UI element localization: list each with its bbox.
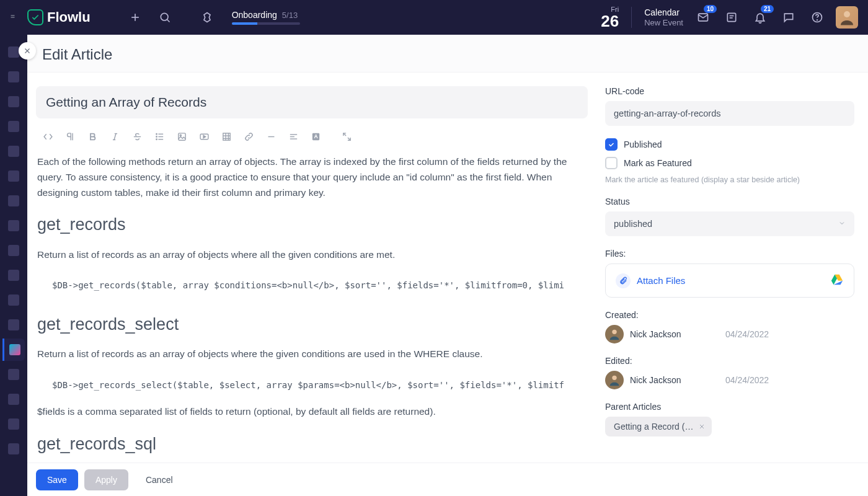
published-label: Published	[624, 140, 662, 149]
paragraph-icon[interactable]	[61, 127, 79, 146]
featured-checkbox[interactable]	[605, 157, 618, 169]
created-date: 04/24/2022	[725, 329, 769, 339]
apply-button[interactable]: Apply	[84, 469, 128, 490]
inbox-badge: 10	[704, 5, 717, 13]
svg-point-26	[180, 135, 181, 136]
bold-icon[interactable]	[83, 127, 102, 146]
calendar-widget[interactable]: Calendar New Event	[644, 7, 683, 27]
paperclip-icon	[616, 273, 631, 288]
svg-point-22	[156, 133, 156, 134]
para-get-records-select: Return a list of records as an array of …	[37, 347, 587, 362]
onboarding-widget[interactable]: Onboarding 5/13	[232, 10, 300, 25]
rail-item-6[interactable]	[2, 165, 25, 187]
help-icon[interactable]	[807, 7, 827, 27]
attach-files-button[interactable]: Attach Files	[605, 264, 854, 298]
inbox-icon[interactable]: 10	[693, 7, 713, 27]
chat-icon[interactable]	[779, 7, 799, 27]
align-icon[interactable]	[284, 127, 303, 146]
attach-label: Attach Files	[637, 275, 685, 286]
article-body[interactable]: Each of the following methods return an …	[36, 154, 588, 458]
add-icon[interactable]	[125, 7, 145, 27]
list-icon[interactable]	[150, 127, 169, 146]
italic-icon[interactable]	[105, 127, 124, 146]
rail-item-15[interactable]	[2, 388, 25, 410]
edited-avatar	[605, 371, 624, 389]
url-code-input[interactable]	[605, 101, 854, 126]
rail-item-11[interactable]	[2, 289, 25, 311]
page-header: Edit Article	[27, 35, 868, 73]
brand-name: Flowlu	[47, 9, 91, 25]
brand-logo[interactable]: Flowlu	[27, 9, 91, 25]
menu-toggle-icon[interactable]	[10, 12, 17, 23]
rail-item-3[interactable]	[2, 91, 25, 113]
logo-mark-icon	[27, 9, 43, 25]
svg-point-24	[156, 139, 156, 140]
rail-item-10[interactable]	[2, 264, 25, 286]
shell: Edit Article A	[0, 35, 868, 496]
published-checkbox[interactable]	[605, 138, 618, 151]
rail-item-active[interactable]	[2, 339, 25, 361]
status-select[interactable]: published	[605, 211, 854, 236]
h-get-records-sql: get_records_sql	[37, 431, 587, 458]
cancel-button[interactable]: Cancel	[135, 469, 184, 490]
video-icon[interactable]	[195, 127, 213, 146]
rail-item-12[interactable]	[2, 314, 25, 336]
google-drive-icon[interactable]	[830, 273, 844, 288]
divider	[631, 7, 632, 28]
edited-date: 04/24/2022	[725, 375, 769, 385]
footer: Save Apply Cancel	[27, 463, 868, 496]
search-icon[interactable]	[155, 7, 175, 27]
link-icon[interactable]	[239, 127, 258, 146]
rail-item-14[interactable]	[2, 363, 25, 386]
para-get-records: Return a list of records as an array of …	[37, 247, 587, 263]
pin-icon[interactable]	[197, 7, 217, 27]
table-icon[interactable]	[217, 127, 236, 146]
save-button[interactable]: Save	[36, 469, 78, 490]
svg-point-11	[817, 20, 818, 20]
date-widget[interactable]: Fri 26	[601, 6, 619, 29]
onboarding-count: 5/13	[282, 11, 298, 20]
svg-line-5	[167, 20, 169, 22]
date-num: 26	[601, 13, 619, 29]
rail-item-8[interactable]	[2, 215, 25, 237]
article-title-input[interactable]	[36, 86, 588, 118]
bell-badge: 21	[761, 5, 774, 13]
rail-item-7[interactable]	[2, 190, 25, 212]
edited-label: Edited:	[605, 356, 854, 366]
url-code-label: URL-code	[605, 86, 854, 96]
featured-hint: Mark the article as featured (display a …	[605, 175, 854, 184]
strikethrough-icon[interactable]	[128, 127, 146, 146]
editor-toolbar: A	[36, 118, 588, 154]
rail-item-4[interactable]	[2, 115, 25, 138]
svg-rect-25	[178, 133, 185, 140]
bell-icon[interactable]: 21	[750, 7, 770, 27]
hr-icon[interactable]	[262, 127, 280, 146]
nav-rail	[0, 35, 27, 496]
h-get-records-select: get_records_select	[37, 311, 587, 338]
code-view-icon[interactable]	[38, 127, 57, 146]
svg-point-46	[612, 376, 616, 380]
svg-rect-29	[223, 133, 229, 140]
editor-pane: A Each of the following methods return a…	[27, 73, 605, 463]
rail-item-5[interactable]	[2, 140, 25, 162]
rail-item-2[interactable]	[2, 66, 25, 88]
chip-remove-icon[interactable]	[698, 423, 706, 430]
close-icon[interactable]	[19, 42, 36, 60]
page-title: Edit Article	[42, 46, 853, 63]
user-avatar[interactable]	[836, 6, 858, 29]
calendar-title: Calendar	[644, 7, 683, 18]
image-icon[interactable]	[172, 127, 191, 146]
edited-user[interactable]: Nick Jackson	[630, 375, 704, 385]
font-color-icon[interactable]: A	[306, 127, 325, 146]
para-intro: Each of the following methods return an …	[37, 154, 587, 200]
notes-icon[interactable]	[722, 7, 742, 27]
rail-item-9[interactable]	[2, 239, 25, 262]
rail-item-16[interactable]	[2, 413, 25, 435]
rail-item-17[interactable]	[2, 438, 25, 460]
created-user[interactable]: Nick Jackson	[630, 329, 704, 339]
fullscreen-icon[interactable]	[337, 127, 356, 146]
status-label: Status	[605, 197, 854, 206]
svg-point-12	[844, 11, 850, 17]
content: A Each of the following methods return a…	[27, 73, 868, 463]
parent-article-chip[interactable]: Getting a Record (…	[605, 417, 712, 436]
